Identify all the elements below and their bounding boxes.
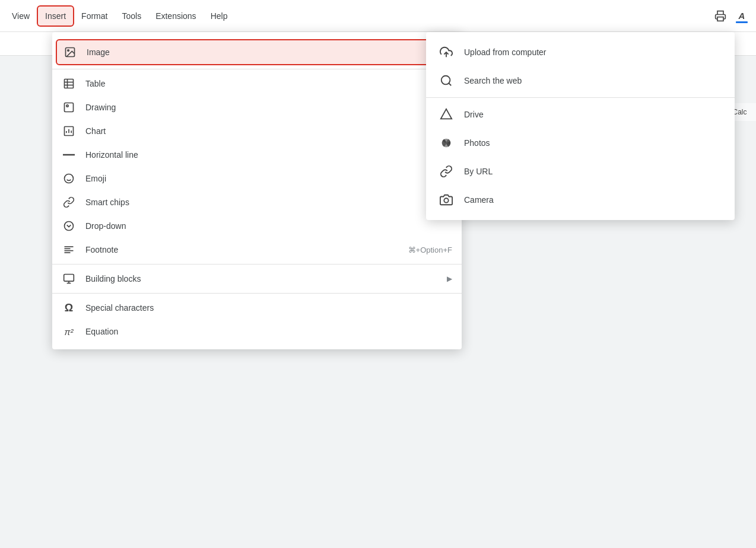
camera-label: Camera xyxy=(464,195,494,205)
image-icon xyxy=(63,45,77,59)
upload-from-computer-item[interactable]: Upload from computer xyxy=(426,38,735,66)
menu-item-extensions[interactable]: Extensions xyxy=(148,5,203,27)
drive-icon xyxy=(438,106,455,123)
drawing-icon xyxy=(62,100,76,114)
menu-item-view[interactable]: View xyxy=(5,5,37,27)
insert-menu-section-image: Image ▶ xyxy=(52,36,462,69)
insert-building-blocks-item[interactable]: Building blocks ▶ xyxy=(52,267,462,291)
smart-chips-icon xyxy=(62,195,76,209)
by-url-icon xyxy=(438,163,455,180)
insert-dropdown-item[interactable]: Drop-down xyxy=(52,214,462,238)
horizontal-line-icon xyxy=(62,148,76,162)
emoji-label: Emoji xyxy=(85,174,452,183)
building-blocks-label: Building blocks xyxy=(85,274,447,283)
svg-rect-3 xyxy=(65,79,74,88)
by-url-item[interactable]: By URL xyxy=(426,157,735,186)
svg-rect-0 xyxy=(717,17,723,21)
svg-rect-7 xyxy=(65,103,74,112)
image-label: Image xyxy=(87,47,446,57)
svg-point-29 xyxy=(444,198,448,202)
spellcheck-icon[interactable]: A xyxy=(732,7,751,26)
menu-item-tools[interactable]: Tools xyxy=(115,5,148,27)
footnote-icon xyxy=(62,243,76,257)
insert-menu-dropdown: Image ▶ Table ▶ xyxy=(52,32,462,349)
by-url-label: By URL xyxy=(464,167,493,176)
drive-item[interactable]: Drive xyxy=(426,100,735,129)
insert-equation-item[interactable]: π² Equation xyxy=(52,320,462,343)
footnote-shortcut: ⌘+Option+F xyxy=(408,246,452,254)
footnote-label: Footnote xyxy=(85,245,408,254)
chart-icon xyxy=(62,124,76,138)
svg-point-2 xyxy=(68,50,69,52)
svg-line-27 xyxy=(449,83,451,85)
image-submenu-section-1: Upload from computer Search the web xyxy=(426,36,735,98)
menu-item-format[interactable]: Format xyxy=(74,5,115,27)
drawing-label: Drawing xyxy=(85,103,447,112)
insert-menu-section-main: Table ▶ Drawing ▶ Chart xyxy=(52,69,462,265)
upload-icon xyxy=(438,44,455,60)
camera-icon xyxy=(438,192,455,208)
smart-chips-label: Smart chips xyxy=(85,197,447,207)
dropdown-label: Drop-down xyxy=(85,221,452,231)
table-icon xyxy=(62,77,76,91)
chart-label: Chart xyxy=(85,126,447,136)
insert-menu-section-special: Ω Special characters π² Equation xyxy=(52,294,462,346)
svg-rect-22 xyxy=(64,275,74,282)
image-submenu: Upload from computer Search the web Driv… xyxy=(426,32,735,220)
menu-item-insert[interactable]: Insert xyxy=(37,5,74,27)
insert-menu-section-blocks: Building blocks ▶ xyxy=(52,265,462,294)
dropdown-icon xyxy=(62,219,76,233)
horizontal-line-label: Horizontal line xyxy=(85,150,452,160)
svg-point-8 xyxy=(66,105,68,107)
insert-image-item[interactable]: Image ▶ xyxy=(56,39,458,65)
image-submenu-section-2: Drive Photos By URL xyxy=(426,98,735,216)
insert-emoji-item[interactable]: Emoji xyxy=(52,167,462,190)
equation-label: Equation xyxy=(85,327,452,336)
table-label: Table xyxy=(85,79,447,88)
insert-table-item[interactable]: Table ▶ xyxy=(52,72,462,95)
svg-point-17 xyxy=(65,222,74,231)
search-the-web-item[interactable]: Search the web xyxy=(426,66,735,95)
insert-drawing-item[interactable]: Drawing ▶ xyxy=(52,95,462,119)
svg-point-26 xyxy=(441,76,450,85)
menu-bar: View Insert Format Tools Extensions Help… xyxy=(0,0,756,32)
search-web-label: Search the web xyxy=(464,76,522,85)
insert-footnote-item[interactable]: Footnote ⌘+Option+F xyxy=(52,238,462,262)
insert-smart-chips-item[interactable]: Smart chips ▶ xyxy=(52,190,462,214)
drive-label: Drive xyxy=(464,110,484,119)
building-blocks-icon xyxy=(62,272,76,286)
special-chars-icon: Ω xyxy=(62,301,76,315)
special-chars-label: Special characters xyxy=(85,303,452,313)
insert-chart-item[interactable]: Chart ▶ xyxy=(52,119,462,143)
upload-label: Upload from computer xyxy=(464,47,547,57)
photos-icon xyxy=(438,135,455,151)
svg-marker-28 xyxy=(441,109,452,119)
insert-special-chars-item[interactable]: Ω Special characters xyxy=(52,296,462,320)
emoji-icon xyxy=(62,171,76,186)
camera-item[interactable]: Camera xyxy=(426,186,735,214)
equation-icon: π² xyxy=(62,324,76,339)
insert-horizontal-line-item[interactable]: Horizontal line xyxy=(52,143,462,167)
search-web-icon xyxy=(438,72,455,89)
print-icon[interactable] xyxy=(711,7,730,26)
photos-item[interactable]: Photos xyxy=(426,129,735,157)
svg-point-14 xyxy=(65,174,74,183)
menu-item-help[interactable]: Help xyxy=(204,5,235,27)
photos-label: Photos xyxy=(464,138,490,148)
building-blocks-arrow-icon: ▶ xyxy=(447,275,452,283)
